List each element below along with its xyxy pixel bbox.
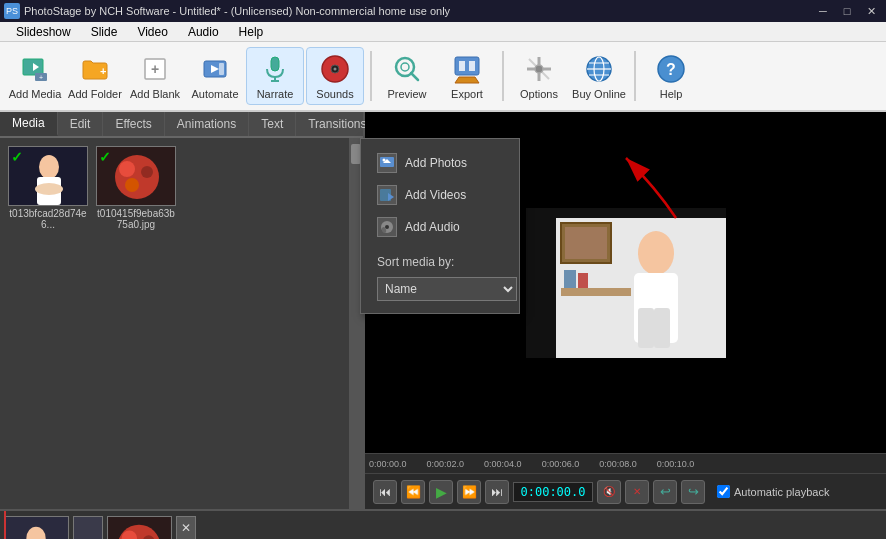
- svg-point-26: [535, 65, 543, 73]
- toolbar: + Add Media + Add Folder + Add Blank: [0, 42, 886, 112]
- tab-text[interactable]: Text: [249, 112, 296, 136]
- svg-point-35: [39, 155, 59, 179]
- time-mark-3: 0:00:06.0: [542, 459, 580, 469]
- svg-marker-22: [455, 77, 479, 83]
- menu-slideshow[interactable]: Slideshow: [8, 23, 79, 41]
- add-videos-item[interactable]: Add Videos: [369, 179, 511, 211]
- sort-label: Sort media by:: [369, 251, 511, 273]
- add-photos-item[interactable]: Add Photos: [369, 147, 511, 179]
- menu-slide[interactable]: Slide: [83, 23, 126, 41]
- add-folder-icon: +: [79, 53, 111, 85]
- left-panel: Media Edit Effects Animations Text Trans…: [0, 112, 365, 509]
- narrate-label: Narrate: [257, 88, 294, 100]
- rewind-button[interactable]: ⏮: [373, 480, 397, 504]
- auto-play-label: Automatic playback: [734, 486, 829, 498]
- forward-button[interactable]: ⏩: [457, 480, 481, 504]
- svg-rect-20: [459, 61, 465, 71]
- svg-text:+: +: [100, 65, 106, 77]
- options-label: Options: [520, 88, 558, 100]
- svg-text:?: ?: [666, 61, 676, 78]
- preview-timeline-ruler: 0:00:00.0 0:00:02.0 0:00:04.0 0:00:06.0 …: [365, 453, 886, 473]
- end-button[interactable]: ⏭: [485, 480, 509, 504]
- export-label: Export: [451, 88, 483, 100]
- svg-point-41: [141, 166, 153, 178]
- clip-remove[interactable]: ✕: [176, 516, 196, 540]
- svg-rect-60: [564, 270, 576, 288]
- svg-rect-55: [638, 308, 654, 348]
- stop-button[interactable]: ✕: [625, 480, 649, 504]
- tabs: Media Edit Effects Animations Text Trans…: [0, 112, 363, 138]
- help-button[interactable]: ? Help: [642, 47, 700, 105]
- automate-button[interactable]: Automate: [186, 47, 244, 105]
- play-button[interactable]: ▶: [429, 480, 453, 504]
- media-item-1[interactable]: ✓ t013bfcad28d74e6...: [8, 146, 88, 230]
- add-photos-label: Add Photos: [405, 156, 467, 170]
- add-folder-button[interactable]: + Add Folder: [66, 47, 124, 105]
- tab-effects[interactable]: Effects: [103, 112, 164, 136]
- options-button[interactable]: Options: [510, 47, 568, 105]
- video-track: 5.0 secs ♪ 2.0 5.0 secs: [0, 511, 886, 539]
- redo-button[interactable]: ↪: [681, 480, 705, 504]
- add-audio-icon: [377, 217, 397, 237]
- media-panel: ✓ t013bfcad28d74e6... ✓: [0, 138, 363, 509]
- media-check-1: ✓: [11, 149, 23, 165]
- svg-point-42: [125, 178, 139, 192]
- media-thumb-1: ✓: [8, 146, 88, 206]
- svg-rect-58: [565, 227, 607, 259]
- app-icon: PS: [4, 3, 20, 19]
- menu-video[interactable]: Video: [129, 23, 175, 41]
- media-check-2: ✓: [99, 149, 111, 165]
- title-bar-controls: ─ □ ✕: [812, 3, 882, 19]
- menu-audio[interactable]: Audio: [180, 23, 227, 41]
- media-item-2[interactable]: ✓ t010415f9eba63b75a0.jpg: [96, 146, 176, 230]
- preview-image: [526, 208, 726, 358]
- add-photos-icon: [377, 153, 397, 173]
- toolbar-separator-3: [634, 51, 636, 101]
- time-mark-1: 0:00:02.0: [427, 459, 465, 469]
- export-button[interactable]: Export: [438, 47, 496, 105]
- svg-rect-59: [561, 288, 631, 296]
- svg-text:+: +: [151, 61, 159, 77]
- export-icon: [451, 53, 483, 85]
- sounds-button[interactable]: Sounds: [306, 47, 364, 105]
- svg-point-49: [385, 225, 389, 229]
- tab-media[interactable]: Media: [0, 112, 58, 136]
- sounds-icon: [319, 53, 351, 85]
- menu-help[interactable]: Help: [231, 23, 272, 41]
- svg-rect-10: [271, 57, 279, 71]
- minimize-button[interactable]: ─: [812, 3, 834, 19]
- auto-play-toggle[interactable]: [717, 485, 730, 498]
- title-bar: PS PhotoStage by NCH Software - Untitled…: [0, 0, 886, 22]
- sort-select[interactable]: Name Date Size Type: [377, 277, 517, 301]
- buy-online-button[interactable]: Buy Online: [570, 47, 628, 105]
- tab-edit[interactable]: Edit: [58, 112, 104, 136]
- svg-point-40: [119, 161, 135, 177]
- automate-label: Automate: [191, 88, 238, 100]
- toolbar-separator-2: [502, 51, 504, 101]
- clip-3[interactable]: 5.0 secs: [107, 516, 172, 540]
- title-bar-left: PS PhotoStage by NCH Software - Untitled…: [4, 3, 450, 19]
- add-audio-label: Add Audio: [405, 220, 460, 234]
- timeline-area: 0:00:00.0 0:00:05.0 0:00:10.0 0:00:13.0 …: [0, 509, 886, 539]
- automate-icon: [199, 53, 231, 85]
- add-videos-label: Add Videos: [405, 188, 466, 202]
- dropdown-panel: Add Photos Add Videos: [360, 138, 520, 314]
- toolbar-separator-1: [370, 51, 372, 101]
- clip-1[interactable]: 5.0 secs: [4, 516, 69, 540]
- add-media-button[interactable]: + Add Media: [6, 47, 64, 105]
- close-button[interactable]: ✕: [860, 3, 882, 19]
- add-audio-item[interactable]: Add Audio: [369, 211, 511, 243]
- narrate-button[interactable]: Narrate: [246, 47, 304, 105]
- undo-button[interactable]: ↩: [653, 480, 677, 504]
- back-button[interactable]: ⏪: [401, 480, 425, 504]
- tab-animations[interactable]: Animations: [165, 112, 249, 136]
- help-icon: ?: [655, 53, 687, 85]
- preview-button[interactable]: Preview: [378, 47, 436, 105]
- add-blank-button[interactable]: + Add Blank: [126, 47, 184, 105]
- preview-image-container: [526, 208, 726, 358]
- clip-2[interactable]: ♪ 2.0: [73, 516, 103, 540]
- maximize-button[interactable]: □: [836, 3, 858, 19]
- mute-button[interactable]: 🔇: [597, 480, 621, 504]
- options-icon: [523, 53, 555, 85]
- add-blank-label: Add Blank: [130, 88, 180, 100]
